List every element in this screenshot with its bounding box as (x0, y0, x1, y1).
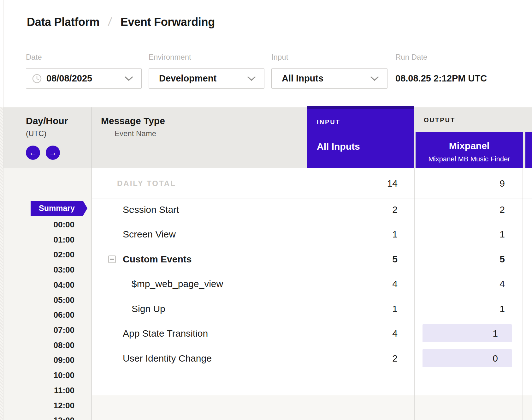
input-cell-value: 2 (307, 204, 398, 215)
table-row: User Identity Change 2 0 (92, 346, 532, 371)
input-column-top-strip (307, 106, 414, 109)
hour-label[interactable]: 05:00 (3, 294, 74, 306)
collapse-toggle-minus-icon[interactable] (108, 255, 116, 263)
mixpanel-column-name: Mixpanel (416, 141, 523, 151)
hour-label[interactable]: 11:00 (3, 384, 74, 397)
grid-footer-background (92, 395, 532, 420)
row-label: App State Transition (123, 328, 208, 339)
run-date-value: 08.08.25 2:12PM UTC (395, 73, 487, 84)
input-column-name: All Inputs (317, 141, 360, 152)
chevron-down-icon (247, 76, 256, 81)
output-section-label: OUTPUT (424, 117, 455, 124)
next-day-button[interactable]: → (46, 146, 60, 160)
hour-label[interactable]: 04:00 (3, 279, 74, 291)
chevron-down-icon (124, 76, 133, 81)
run-date-label: Run Date (395, 53, 427, 62)
input-cell-value: 1 (307, 303, 398, 314)
hour-label[interactable]: 12:00 (3, 399, 74, 412)
event-forwarding-screen: Data Platform / Event Forwarding Date En… (0, 0, 532, 420)
daily-total-label: DAILY TOTAL (117, 179, 176, 188)
day-hour-header: Day/Hour (26, 116, 68, 126)
arrow-left-icon: ← (29, 148, 37, 158)
row-label: $mp_web_page_view (132, 279, 223, 289)
row-label: Custom Events (123, 254, 192, 265)
breadcrumb-page-title: Event Forwarding (121, 15, 215, 29)
table-row: Session Start 2 2 (92, 197, 532, 222)
input-filter-label: Input (271, 53, 288, 62)
environment-filter-value: Development (159, 73, 216, 84)
breadcrumb-section-link[interactable]: Data Platform (27, 15, 99, 29)
input-cell-value: 1 (307, 229, 398, 240)
event-name-subheader: Event Name (115, 129, 156, 138)
table-row: Sign Up 1 1 (92, 297, 532, 321)
breadcrumb: Data Platform / Event Forwarding (27, 0, 215, 44)
input-column-header[interactable]: INPUT All Inputs (307, 106, 414, 168)
message-type-header: Message Type (101, 116, 165, 126)
next-output-column-partial (525, 132, 532, 168)
date-filter-dropdown[interactable]: 08/08/2025 (26, 68, 142, 89)
row-label: Session Start (123, 204, 179, 215)
table-row: Custom Events 5 5 (92, 247, 532, 272)
daily-total-output-value: 9 (416, 178, 505, 189)
hour-label[interactable]: 02:00 (3, 248, 74, 261)
date-filter-value: 08/08/2025 (46, 73, 92, 84)
output-cell-value: 4 (416, 279, 505, 289)
output-cell-value: 1 (416, 229, 505, 240)
mixpanel-column-subname: Mixpanel MB Music Finder (416, 155, 523, 163)
row-label: Sign Up (132, 303, 165, 314)
input-filter-dropdown[interactable]: All Inputs (271, 68, 387, 89)
daily-total-row: DAILY TOTAL 14 9 (92, 168, 532, 199)
date-filter-label: Date (26, 53, 42, 62)
row-label: User Identity Change (123, 353, 212, 364)
hour-label[interactable]: 00:00 (3, 218, 74, 231)
hour-label[interactable]: 08:00 (3, 339, 74, 351)
daily-total-input-value: 14 (307, 178, 398, 189)
chevron-down-icon (370, 76, 379, 81)
hour-label[interactable]: 01:00 (3, 233, 74, 246)
row-label: Screen View (123, 229, 176, 240)
utc-label: (UTC) (26, 129, 46, 138)
hour-label[interactable]: 13:00 (3, 414, 74, 420)
breadcrumb-separator: / (107, 15, 113, 29)
table-row: App State Transition 4 1 (92, 321, 532, 346)
hour-label[interactable]: 06:00 (3, 309, 74, 321)
input-cell-value: 5 (307, 254, 398, 265)
hour-label[interactable]: 03:00 (3, 263, 74, 276)
hour-label[interactable]: 09:00 (3, 354, 74, 366)
input-filter-value: All Inputs (282, 73, 323, 84)
table-row: $mp_web_page_view 4 4 (92, 272, 532, 296)
input-section-label: INPUT (317, 118, 340, 126)
arrow-right-icon: → (49, 148, 57, 158)
output-cell-value: 1 (416, 303, 505, 314)
output-cell-value: 0 (416, 353, 498, 364)
prev-day-button[interactable]: ← (26, 146, 40, 160)
input-cell-value: 2 (307, 353, 398, 364)
output-cell-value: 1 (416, 328, 498, 339)
clock-icon (32, 74, 42, 84)
hour-label[interactable]: 07:00 (3, 324, 74, 336)
input-cell-value: 4 (307, 328, 398, 339)
environment-filter-dropdown[interactable]: Development (149, 68, 264, 89)
input-cell-value: 4 (307, 279, 398, 289)
mixpanel-column-header[interactable]: Mixpanel Mixpanel MB Music Finder (416, 132, 523, 168)
left-hatch-strip (0, 107, 3, 420)
table-row: Screen View 1 1 (92, 222, 532, 247)
summary-badge[interactable]: Summary (31, 201, 87, 216)
hour-label[interactable]: 10:00 (3, 369, 74, 381)
environment-filter-label: Environment (149, 53, 191, 62)
output-cell-value: 2 (416, 204, 505, 215)
output-cell-value: 5 (416, 254, 505, 265)
